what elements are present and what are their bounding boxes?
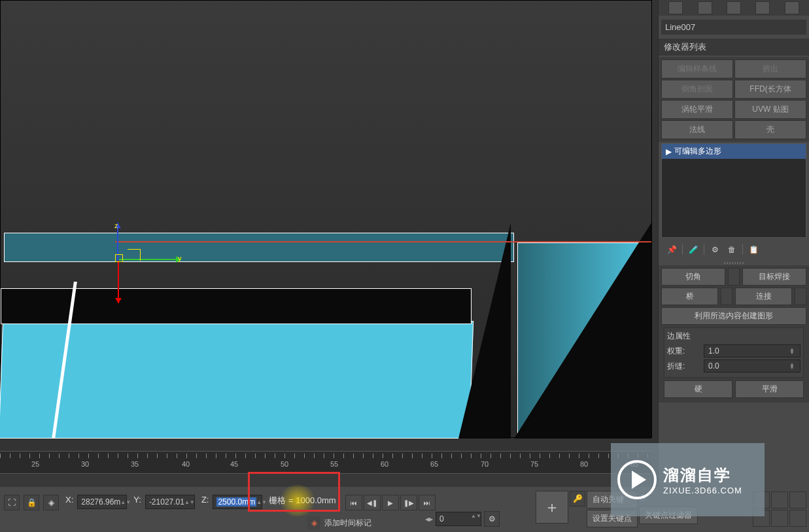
spinner-arrows-icon[interactable]: ▲▼ <box>789 363 796 369</box>
chamfer-settings-icon[interactable] <box>728 268 740 286</box>
viewport-3d[interactable]: z y <box>0 0 652 438</box>
y-value: -21027.01 <box>149 497 184 507</box>
stack-toolbar: 📌 🧪 ⚙ 🗑 📋 <box>659 239 809 260</box>
modifier-name: 可编辑多边形 <box>674 146 721 157</box>
chamfer-button[interactable]: 切角 <box>661 268 725 286</box>
time-tick: 60 <box>381 460 388 468</box>
watermark-url: ZIXUE.3D66.COM <box>663 486 742 495</box>
y-label: Y: <box>133 495 141 505</box>
gizmo-y-label: y <box>178 254 182 262</box>
z-label: Z: <box>201 495 209 505</box>
motion-tab-icon[interactable] <box>755 1 770 14</box>
goto-start-button[interactable]: ⏮ <box>345 495 362 510</box>
lock-icon[interactable]: 🔒 <box>24 495 39 510</box>
weight-label: 权重: <box>667 346 700 357</box>
turbo-smooth-button[interactable]: 涡轮平滑 <box>661 100 733 119</box>
next-frame-button[interactable]: ❚▶ <box>400 495 417 510</box>
x-coord-input[interactable]: 28276.96m▲▼ <box>77 495 127 509</box>
y-coord-input[interactable]: -21027.01▲▼ <box>145 495 195 509</box>
normals-button[interactable]: 法线 <box>661 120 733 139</box>
crease-label: 折缝: <box>667 361 700 372</box>
crease-value: 0.0 <box>708 361 719 371</box>
bridge-button[interactable]: 桥 <box>661 288 718 305</box>
pin-icon[interactable]: 📌 <box>665 243 678 256</box>
key-mode-icon[interactable]: 🔑 <box>570 491 585 507</box>
gizmo-center[interactable] <box>115 254 123 262</box>
modify-tab-icon[interactable] <box>698 1 712 14</box>
ffd-box-button[interactable]: FFD(长方体 <box>734 80 806 99</box>
crease-spinner[interactable]: 0.0 ▲▼ <box>704 359 800 373</box>
hard-button[interactable]: 硬 <box>664 380 732 398</box>
display-tab-icon[interactable] <box>785 1 799 14</box>
time-tick: 25 <box>31 460 39 468</box>
show-result-icon[interactable]: 🧪 <box>687 243 700 256</box>
watermark-play-icon <box>617 460 657 499</box>
target-weld-button[interactable]: 目标焊接 <box>742 268 806 286</box>
panel-drag-handle[interactable] <box>659 260 809 265</box>
time-tick: 65 <box>430 460 438 468</box>
selection-edge <box>115 241 651 242</box>
watermark: 溜溜自学 ZIXUE.3D66.COM <box>611 443 765 516</box>
arrows-icon[interactable]: ◂▸ <box>425 514 433 524</box>
orbit-icon[interactable] <box>771 491 788 508</box>
chamfer-profile-button[interactable]: 倒角剖面 <box>661 80 733 99</box>
time-tick: 50 <box>281 460 288 468</box>
add-time-marker[interactable]: 添加时间标记 <box>324 518 371 529</box>
smooth-button[interactable]: 平滑 <box>735 380 804 398</box>
object-name-field[interactable]: Line007 <box>661 20 806 35</box>
geometry-face <box>4 233 514 262</box>
time-tick: 30 <box>81 460 89 468</box>
shell-button[interactable]: 壳 <box>734 120 806 139</box>
z-coord-input[interactable]: 2500.0mm▲▼ <box>213 495 262 509</box>
make-unique-icon[interactable]: ⚙ <box>708 243 721 256</box>
move-gizmo[interactable]: z y <box>109 223 188 308</box>
gizmo-x-axis[interactable] <box>118 261 119 303</box>
time-ruler[interactable]: 25 30 35 40 45 50 55 60 65 70 75 80 85 <box>0 451 652 474</box>
time-config-icon[interactable]: ⚙ <box>484 511 500 527</box>
timeline[interactable]: 25 30 35 40 45 50 55 60 65 70 75 80 85 <box>0 451 652 487</box>
time-tick: 40 <box>182 460 190 468</box>
spinner-arrows-icon[interactable]: ▲▼ <box>789 348 796 354</box>
modifier-list-header[interactable]: 修改器列表 <box>659 39 809 56</box>
snap-toggle-icon[interactable]: ◈ <box>43 495 59 510</box>
z-value: 2500.0mm <box>216 497 256 507</box>
tick-marks <box>0 454 652 458</box>
play-button[interactable]: ▶ <box>382 495 399 510</box>
connect-settings-icon[interactable] <box>795 288 806 305</box>
goto-end-button[interactable]: ⏭ <box>419 495 436 510</box>
time-tick: 75 <box>530 460 538 468</box>
remove-icon[interactable]: 🗑 <box>725 243 738 256</box>
weight-spinner[interactable]: 1.0 ▲▼ <box>704 344 800 357</box>
modifier-stack[interactable]: ▶ 可编辑多边形 <box>661 143 806 238</box>
gizmo-plane[interactable] <box>128 249 141 261</box>
time-tick: 45 <box>230 460 238 468</box>
uvw-map-button[interactable]: UVW 贴图 <box>734 100 806 119</box>
zoom-icon[interactable] <box>789 491 806 508</box>
field-of-view-icon[interactable] <box>771 510 788 527</box>
command-tabs <box>659 0 809 16</box>
extrude-button[interactable]: 挤出 <box>734 59 806 78</box>
maximize-icon[interactable] <box>789 510 806 527</box>
watermark-title: 溜溜自学 <box>663 465 742 486</box>
set-key-big-button[interactable]: ＋ <box>536 491 568 524</box>
prev-frame-button[interactable]: ◀❚ <box>364 495 381 510</box>
hierarchy-tab-icon[interactable] <box>727 1 741 14</box>
playback-controls: ⏮ ◀❚ ▶ ❚▶ ⏭ <box>345 495 436 510</box>
bridge-settings-icon[interactable] <box>721 288 732 305</box>
edit-spline-button[interactable]: 编辑样条线 <box>661 59 733 78</box>
create-shape-button[interactable]: 利用所选内容创建图形 <box>661 307 806 325</box>
spinner-arrows-icon[interactable]: ▲▼ <box>471 514 477 524</box>
current-frame-input[interactable]: 0 ▲▼ <box>436 512 481 526</box>
modifier-stack-item[interactable]: ▶ 可编辑多边形 <box>662 144 806 159</box>
gizmo-z-label: z <box>114 222 118 229</box>
selection-mode-icon[interactable]: ⛶ <box>4 495 20 510</box>
time-tick: 55 <box>330 460 338 468</box>
modifier-preset-grid: 编辑样条线 挤出 倒角剖面 FFD(长方体 涡轮平滑 UVW 贴图 法线 壳 <box>659 57 809 142</box>
configure-icon[interactable]: 📋 <box>747 243 760 256</box>
time-tick: 70 <box>481 460 489 468</box>
create-tab-icon[interactable] <box>668 1 683 14</box>
frame-value: 0 <box>439 514 444 524</box>
expand-arrow-icon[interactable]: ▶ <box>666 147 672 156</box>
connect-button[interactable]: 连接 <box>735 288 792 305</box>
cube-icon[interactable]: ◈ <box>307 516 320 529</box>
